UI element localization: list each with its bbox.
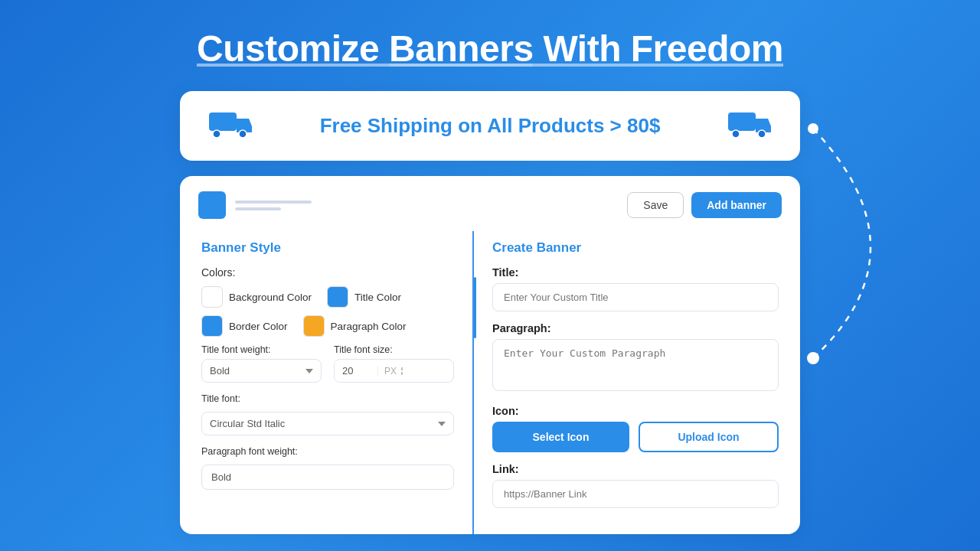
border-color-label: Border Color bbox=[229, 321, 288, 332]
paragraph-color-label: Paragraph Color bbox=[331, 321, 407, 332]
truck-icon-right bbox=[727, 106, 773, 145]
svg-rect-2 bbox=[209, 112, 237, 131]
svg-rect-6 bbox=[728, 112, 756, 131]
svg-point-3 bbox=[213, 130, 220, 138]
page-title: Customize Banners With Freedom bbox=[0, 0, 980, 70]
svg-point-8 bbox=[758, 130, 766, 138]
header-line-long bbox=[235, 201, 312, 204]
link-form-group: Link: bbox=[492, 463, 779, 508]
header-lines bbox=[235, 201, 312, 210]
paragraph-form-group: Paragraph: bbox=[492, 322, 779, 394]
svg-point-4 bbox=[239, 130, 247, 138]
title-form-group: Title: bbox=[492, 266, 779, 311]
link-input[interactable] bbox=[492, 480, 779, 508]
panel-header-left bbox=[198, 191, 312, 219]
svg-point-7 bbox=[732, 130, 740, 138]
title-color-item: Title Color bbox=[327, 286, 401, 308]
para-font-weight-label: Paragraph font weight: bbox=[201, 446, 454, 457]
title-font-weight-label: Title font weight: bbox=[201, 344, 322, 355]
para-font-weight-input[interactable] bbox=[201, 465, 454, 490]
upload-icon-button[interactable]: Upload Icon bbox=[639, 422, 779, 452]
color-row-1: Background Color Title Color bbox=[201, 286, 454, 308]
add-banner-button[interactable]: Add banner bbox=[691, 192, 782, 218]
title-font-size-field: Title font size: PX bbox=[334, 344, 454, 383]
paragraph-color-swatch[interactable] bbox=[303, 315, 325, 337]
title-font-weight-select[interactable]: Bold bbox=[201, 359, 322, 383]
title-field-label: Title: bbox=[492, 266, 779, 279]
banner-style-column: Banner Style Colors: Background Color Ti… bbox=[198, 231, 474, 534]
para-font-row: Paragraph font weight: bbox=[201, 446, 454, 490]
title-font-size-input-wrap: PX bbox=[334, 359, 454, 383]
title-color-swatch[interactable] bbox=[327, 286, 348, 308]
background-color-swatch[interactable] bbox=[201, 286, 223, 308]
panel-color-swatch bbox=[198, 191, 226, 219]
title-font-select[interactable]: Circular Std Italic bbox=[201, 412, 454, 435]
banner-preview: Free Shipping on All Products > 80$ bbox=[180, 91, 800, 161]
title-font-weight-field: Title font weight: Bold bbox=[201, 344, 322, 383]
background-color-label: Background Color bbox=[229, 292, 312, 303]
link-field-label: Link: bbox=[492, 463, 779, 475]
svg-point-1 bbox=[808, 353, 818, 364]
create-banner-column: Create Banner Title: Paragraph: Icon: Se… bbox=[474, 231, 782, 534]
paragraph-color-item: Paragraph Color bbox=[303, 315, 407, 337]
panel-header: Save Add banner bbox=[198, 191, 782, 219]
title-color-label: Title Color bbox=[354, 292, 401, 303]
svg-rect-9 bbox=[733, 111, 743, 112]
title-input[interactable] bbox=[492, 283, 779, 311]
border-color-item: Border Color bbox=[201, 315, 288, 337]
color-row-2: Border Color Paragraph Color bbox=[201, 315, 454, 337]
svg-point-0 bbox=[808, 123, 818, 134]
save-button[interactable]: Save bbox=[627, 192, 684, 218]
main-panel: Save Add banner Banner Style Colors: Bac… bbox=[180, 176, 800, 534]
svg-rect-5 bbox=[214, 111, 224, 112]
px-unit-label: PX bbox=[377, 366, 412, 377]
colors-label: Colors: bbox=[201, 266, 454, 279]
header-line-short bbox=[235, 207, 281, 210]
dashed-arc bbox=[805, 113, 913, 373]
font-settings-row: Title font weight: Bold Title font size:… bbox=[201, 344, 454, 383]
icon-form-group: Icon: Select Icon Upload Icon bbox=[492, 405, 779, 452]
title-font-label: Title font: bbox=[201, 393, 454, 404]
border-color-swatch[interactable] bbox=[201, 315, 223, 337]
title-font-row: Title font: Circular Std Italic bbox=[201, 393, 454, 435]
icon-buttons-row: Select Icon Upload Icon bbox=[492, 422, 779, 452]
title-font-size-label: Title font size: bbox=[334, 344, 454, 355]
icon-field-label: Icon: bbox=[492, 405, 779, 417]
background-color-item: Background Color bbox=[201, 286, 312, 308]
banner-preview-text: Free Shipping on All Products > 80$ bbox=[320, 114, 661, 138]
panel-body: Banner Style Colors: Background Color Ti… bbox=[198, 231, 782, 534]
title-font-size-input[interactable] bbox=[335, 360, 377, 382]
paragraph-field-label: Paragraph: bbox=[492, 322, 779, 334]
panel-header-right: Save Add banner bbox=[627, 192, 782, 218]
create-banner-title: Create Banner bbox=[492, 240, 779, 256]
select-icon-button[interactable]: Select Icon bbox=[492, 422, 629, 452]
truck-icon-left bbox=[207, 106, 253, 145]
paragraph-textarea[interactable] bbox=[492, 339, 779, 391]
banner-style-title: Banner Style bbox=[201, 240, 454, 256]
